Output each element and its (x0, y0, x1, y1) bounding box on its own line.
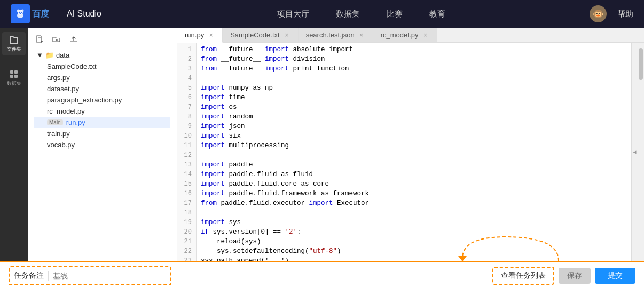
tree-folder-data: ▼ 📁 data SampleCode.txt args.py dataset.… (28, 50, 177, 150)
tab-runpy-label: run.py (185, 31, 204, 39)
line-number: 11 (182, 141, 192, 150)
studio-label: AI Studio (67, 9, 101, 19)
help-link[interactable]: 帮助 (617, 9, 633, 19)
line-number: 20 (182, 227, 192, 237)
logo-area: 百度 AI Studio (11, 4, 101, 23)
main-badge: Main (47, 119, 63, 125)
task-annotation-area: 任务备注 (9, 266, 171, 285)
svg-rect-9 (10, 75, 13, 78)
runpy-with-badge: Main run.py (47, 118, 168, 126)
baidu-text: 百度 (32, 9, 49, 20)
tab-search-close[interactable]: × (358, 31, 365, 39)
editor-scrollbar[interactable] (638, 43, 644, 261)
svg-point-5 (21, 12, 22, 13)
logo-divider (58, 9, 58, 19)
code-line (201, 150, 627, 160)
tab-search-label: search.test.json (306, 31, 355, 39)
file-dataset[interactable]: dataset.py (34, 83, 170, 94)
code-line: import json (201, 122, 627, 131)
file-vocab[interactable]: vocab.py (34, 139, 170, 150)
line-number: 23 (182, 256, 192, 261)
code-line: import paddle.fluid as fluid (201, 170, 627, 179)
code-line: from __future__ import absolute_import (201, 45, 627, 54)
baidu-logo: 百度 (11, 4, 49, 23)
svg-point-2 (21, 10, 24, 12)
file-tree: ▼ 📁 data SampleCode.txt args.py dataset.… (28, 28, 177, 261)
line-number: 12 (182, 150, 192, 160)
svg-rect-10 (14, 75, 18, 78)
file-train[interactable]: train.py (34, 128, 170, 139)
code-line: import paddle (201, 160, 627, 170)
collapse-arrow[interactable]: ◀ (631, 43, 638, 261)
line-number: 14 (182, 170, 192, 179)
tab-samplecode[interactable]: SampleCode.txt × (223, 28, 299, 42)
task-right: 查看任务列表 保存 提交 (492, 267, 635, 285)
code-line: import sys (201, 218, 627, 227)
file-rcmodel[interactable]: rc_model.py (34, 106, 170, 117)
annotation-label: 任务备注 (14, 271, 49, 281)
new-file-btn[interactable] (34, 34, 45, 45)
view-tasks-button[interactable]: 查看任务列表 (492, 267, 554, 285)
line-number: 3 (182, 64, 192, 74)
code-line: import os (201, 102, 627, 112)
upload-btn[interactable] (68, 34, 79, 45)
submit-button[interactable]: 提交 (595, 268, 635, 284)
tab-runpy[interactable]: run.py × (177, 28, 223, 43)
tab-rcmodel-close[interactable]: × (422, 31, 429, 39)
nav-education[interactable]: 教育 (429, 9, 445, 19)
scrollbar-thumb (639, 48, 643, 80)
files-icon-label: 文件夹 (7, 46, 21, 53)
code-line (201, 74, 627, 83)
line-number: 19 (182, 218, 192, 227)
line-number: 15 (182, 179, 192, 189)
line-number: 9 (182, 122, 192, 131)
file-args[interactable]: args.py (34, 72, 170, 83)
nav-projects[interactable]: 项目大厅 (277, 9, 309, 19)
bear-icon (11, 4, 30, 23)
folder-chevron-icon: ▼ (36, 51, 43, 59)
nav-competition[interactable]: 比赛 (387, 9, 403, 19)
code-line: from paddle.fluid.executor import Execut… (201, 198, 627, 208)
sidebar-icons: 文件夹 数据集 (0, 28, 28, 261)
nav-datasets[interactable]: 数据集 (336, 9, 360, 19)
folder-data-header[interactable]: ▼ 📁 data (34, 50, 170, 61)
tab-bar: run.py × SampleCode.txt × search.test.js… (177, 28, 644, 43)
svg-point-6 (20, 13, 21, 14)
svg-point-1 (17, 10, 20, 12)
tab-rcmodel[interactable]: rc_model.py × (373, 28, 437, 42)
line-number: 13 (182, 160, 192, 170)
code-line: import paddle.fluid.framework as framewo… (201, 189, 627, 198)
new-folder-btn[interactable] (51, 34, 62, 45)
line-number: 4 (182, 74, 192, 83)
file-runpy[interactable]: Main run.py (34, 117, 170, 128)
baseline-input[interactable] (49, 272, 166, 280)
tab-samplecode-close[interactable]: × (283, 31, 290, 39)
folder-name: data (56, 51, 69, 59)
file-samplecode[interactable]: SampleCode.txt (34, 61, 170, 72)
svg-rect-8 (14, 70, 18, 74)
line-number: 18 (182, 208, 192, 218)
bottom-bar: 任务备注 查看任务列表 保存 提交 (0, 261, 644, 287)
code-line: sys.setdefaultencoding("utf-8") (201, 246, 627, 256)
tab-runpy-close[interactable]: × (207, 31, 215, 39)
save-button[interactable]: 保存 (559, 268, 591, 284)
line-number: 17 (182, 198, 192, 208)
runpy-label: run.py (66, 118, 85, 126)
header: 百度 AI Studio 项目大厅 数据集 比赛 教育 🐵 帮助 (0, 0, 644, 28)
tab-search[interactable]: search.test.json × (299, 28, 373, 42)
line-number: 10 (182, 131, 192, 141)
code-line: import paddle.fluid.core as core (201, 179, 627, 189)
line-number: 6 (182, 93, 192, 102)
sidebar-item-files[interactable]: 文件夹 (2, 32, 26, 55)
line-number: 2 (182, 54, 192, 64)
sidebar-item-datasets[interactable]: 数据集 (2, 66, 26, 90)
line-number: 21 (182, 237, 192, 246)
file-paragraph[interactable]: paragraph_extraction.py (34, 94, 170, 106)
code-editor[interactable]: 123456789101112131415161718192021222324 … (177, 43, 644, 261)
main-container: 文件夹 数据集 (0, 28, 644, 261)
tab-rcmodel-label: rc_model.py (381, 31, 419, 39)
user-avatar[interactable]: 🐵 (590, 5, 607, 22)
line-number: 7 (182, 102, 192, 112)
code-content[interactable]: from __future__ import absolute_importfr… (197, 43, 631, 261)
svg-point-4 (19, 12, 20, 13)
